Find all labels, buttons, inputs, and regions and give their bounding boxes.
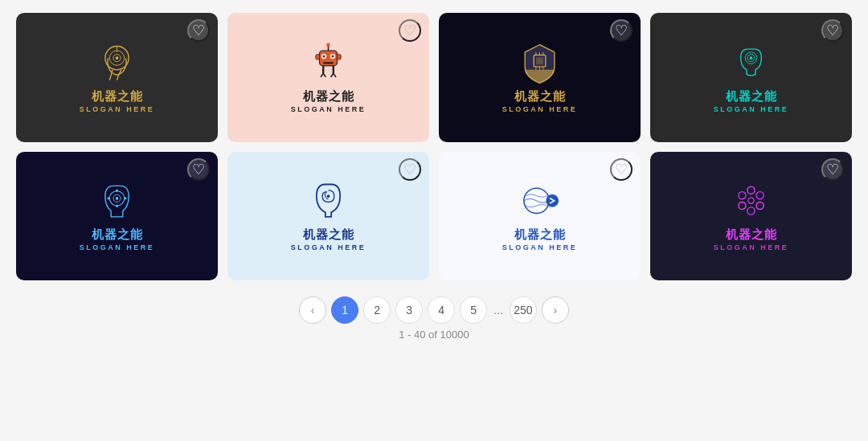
svg-rect-13 [316,55,320,59]
card-6-slogan: SLOGAN HERE [291,243,366,251]
pagination: ‹ 1 2 3 4 5 ... 250 › 1 - 40 of 10000 [16,296,852,347]
card-4-slogan: SLOGAN HERE [714,105,789,113]
svg-point-3 [116,56,119,59]
svg-point-41 [546,195,559,208]
logo-card-2[interactable]: ♡ [227,13,429,142]
logo-image-6 [306,180,350,224]
svg-point-46 [739,202,746,210]
svg-point-44 [756,202,764,210]
favorite-btn-4[interactable]: ♡ [821,19,844,42]
card-5-title: 机器之能 [92,227,143,243]
logo-card-5[interactable]: ♡ 机器之能 SLOGAN HERE [16,152,218,281]
card-8-slogan: SLOGAN HERE [714,243,789,251]
logo-card-3[interactable]: ♡ 机器之能 SLOGAN HERE [439,13,641,142]
logo-card-4[interactable]: ♡ 机器之能 SLOGAN HERE [650,13,852,142]
favorite-btn-3[interactable]: ♡ [610,19,633,42]
card-2-title: 机器之能 [303,89,354,104]
main-container: ♡ 机器之能 SLOGAN HERE ♡ [0,0,868,355]
page-btn-1[interactable]: 1 [331,296,358,324]
card-7-slogan: SLOGAN HERE [502,243,578,251]
svg-point-12 [326,43,330,47]
svg-point-38 [116,198,119,201]
logo-card-7[interactable]: ♡ 机器之能 SLOGAN HERE [439,152,641,281]
svg-point-8 [322,55,325,57]
svg-rect-10 [323,62,334,63]
svg-line-20 [334,73,336,77]
page-info: 1 - 40 of 10000 [399,329,469,341]
svg-point-48 [748,198,754,203]
card-5-slogan: SLOGAN HERE [80,243,155,251]
page-controls: ‹ 1 2 3 4 5 ... 250 › [299,296,569,324]
svg-point-9 [331,55,334,57]
logo-card-6[interactable]: ♡ 机器之能 SLOGAN HERE [227,152,429,281]
svg-line-18 [323,73,326,77]
logo-image-3 [518,42,562,86]
svg-rect-22 [536,57,543,64]
card-8-title: 机器之能 [726,227,777,243]
svg-point-43 [756,192,764,199]
card-3-slogan: SLOGAN HERE [502,105,578,113]
favorite-btn-6[interactable]: ♡ [399,158,421,181]
page-btn-2[interactable]: 2 [363,296,391,324]
favorite-btn-5[interactable]: ♡ [187,158,210,181]
card-1-slogan: SLOGAN HERE [80,105,155,113]
card-3-title: 机器之能 [514,89,566,104]
logo-image-7 [518,180,562,224]
card-4-title: 机器之能 [726,89,777,104]
page-btn-last[interactable]: 250 [510,296,537,324]
svg-rect-14 [338,55,342,59]
logo-image-1 [95,42,139,86]
prev-page-btn[interactable]: ‹ [299,296,326,324]
svg-point-45 [747,207,755,214]
svg-point-39 [327,195,330,198]
logo-image-5 [95,180,139,224]
logo-image-2 [306,42,350,86]
page-ellipsis: ... [492,304,505,316]
page-btn-5[interactable]: 5 [460,296,487,324]
card-6-title: 机器之能 [303,227,354,243]
card-1-title: 机器之能 [92,89,143,104]
card-7-title: 机器之能 [514,227,566,243]
svg-point-42 [747,187,755,194]
favorite-btn-7[interactable]: ♡ [610,158,633,181]
favorite-btn-2[interactable]: ♡ [399,19,421,42]
card-2-slogan: SLOGAN HERE [291,105,366,113]
logo-image-8 [729,180,773,224]
logo-card-8[interactable]: ♡ 机器之能 SLOGAN HERE [650,152,852,281]
svg-rect-37 [125,198,127,200]
favorite-btn-8[interactable]: ♡ [821,158,844,181]
svg-rect-36 [108,198,110,200]
svg-rect-35 [116,206,118,208]
page-btn-3[interactable]: 3 [395,296,423,324]
next-page-btn[interactable]: › [542,296,569,324]
page-btn-4[interactable]: 4 [428,296,455,324]
svg-point-31 [750,56,753,59]
svg-point-47 [739,192,746,199]
logo-card-1[interactable]: ♡ 机器之能 SLOGAN HERE [16,13,218,142]
logo-image-4 [729,42,773,86]
favorite-btn-1[interactable]: ♡ [187,19,210,42]
svg-rect-34 [116,190,118,192]
logo-grid: ♡ 机器之能 SLOGAN HERE ♡ [16,13,852,280]
